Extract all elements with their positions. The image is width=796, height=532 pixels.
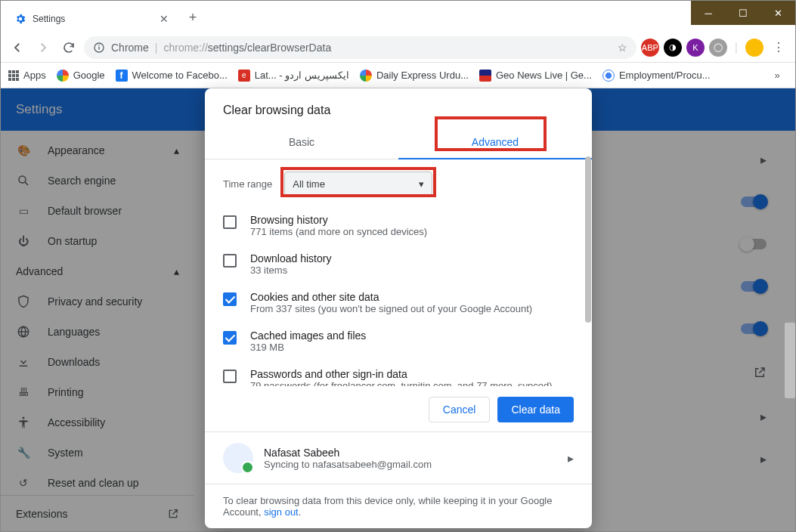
titlebar: Settings ✕ + ─ ☐ ✕ — [1, 1, 795, 32]
item-title: Cached images and files — [250, 329, 366, 342]
globe-icon — [602, 70, 615, 82]
account-row[interactable]: Nafasat Sabeeh Syncing to nafasatsabeeh@… — [205, 431, 592, 484]
forward-button[interactable] — [33, 37, 54, 58]
checkbox[interactable] — [223, 215, 237, 229]
dialog-body: Time range All time ▾ Browsing history 7… — [205, 159, 592, 386]
svg-rect-1 — [98, 46, 99, 49]
chevron-down-icon: ▾ — [419, 178, 424, 190]
item-subtitle: 33 items — [250, 264, 331, 276]
bookmark-facebook[interactable]: fWelcome to Facebo... — [116, 70, 228, 82]
bookmark-geo[interactable]: Geo News Live | Ge... — [479, 70, 592, 82]
clear-browsing-data-dialog: Clear browsing data Basic Advanced Time … — [205, 88, 592, 528]
item-subtitle: From 337 sites (you won't be signed out … — [250, 303, 532, 314]
extension-icon-4[interactable]: ◯ — [709, 39, 727, 57]
dialog-title: Clear browsing data — [205, 88, 592, 125]
toolbar: Chrome | chrome://settings/clearBrowserD… — [1, 32, 795, 63]
checkbox[interactable] — [223, 292, 237, 306]
tab-title: Settings — [33, 14, 153, 24]
dialog-footer: To clear browsing data from this device … — [205, 484, 592, 528]
reload-button[interactable] — [58, 37, 79, 58]
gear-icon — [14, 13, 26, 25]
window-controls: ─ ☐ ✕ — [691, 1, 795, 25]
item-title: Passwords and other sign-in data — [250, 368, 553, 380]
dialog-actions: Cancel Clear data — [205, 386, 592, 431]
bookmark-deu[interactable]: Daily Express Urdu... — [360, 70, 469, 82]
tab-advanced[interactable]: Advanced — [398, 125, 592, 159]
omnibox-label: Chrome — [111, 42, 149, 54]
bookmark-google[interactable]: Google — [57, 70, 105, 82]
time-range-select[interactable]: All time ▾ — [284, 172, 432, 196]
dialog-tabs: Basic Advanced — [205, 125, 592, 159]
checkbox[interactable] — [223, 370, 237, 383]
tab-basic[interactable]: Basic — [205, 125, 398, 159]
close-window-button[interactable]: ✕ — [760, 1, 795, 25]
star-icon[interactable]: ☆ — [618, 42, 627, 54]
checkbox[interactable] — [223, 254, 237, 268]
close-tab-icon[interactable]: ✕ — [160, 13, 169, 25]
clear-data-item[interactable]: Cookies and other site data From 337 sit… — [223, 283, 574, 322]
chrome-menu-button[interactable]: ⋮ — [768, 37, 789, 58]
bookmark-employment[interactable]: Employment/Procu... — [602, 70, 711, 82]
abp-extension-icon[interactable]: ABP — [641, 39, 659, 57]
maximize-button[interactable]: ☐ — [726, 1, 760, 25]
omnibox[interactable]: Chrome | chrome://settings/clearBrowserD… — [84, 36, 636, 59]
item-subtitle: 79 passwords (for freelancer.com, turnit… — [250, 380, 553, 386]
item-title: Download history — [250, 252, 331, 264]
back-button[interactable] — [7, 37, 28, 58]
bookmarks-overflow-button[interactable]: » — [767, 65, 788, 86]
new-tab-button[interactable]: + — [182, 7, 203, 28]
extension-icon-3[interactable]: K — [686, 39, 705, 57]
item-title: Browsing history — [250, 214, 427, 226]
dialog-scrollbar[interactable] — [584, 156, 592, 377]
geo-icon — [479, 70, 491, 82]
clear-data-item[interactable]: Cached images and files 319 MB — [223, 322, 574, 360]
account-name: Nafasat Sabeeh — [264, 447, 432, 459]
sign-out-link[interactable]: sign out — [264, 506, 299, 518]
bookmarks-bar: Apps Google fWelcome to Facebo... eLat..… — [1, 63, 795, 88]
profile-avatar[interactable] — [745, 39, 763, 57]
chevron-right-icon: ▸ — [568, 451, 574, 466]
google-icon — [57, 70, 69, 82]
facebook-icon: f — [116, 70, 128, 82]
item-title: Cookies and other site data — [250, 291, 532, 303]
clear-data-item[interactable]: Passwords and other sign-in data 79 pass… — [223, 360, 574, 386]
page-scrollbar[interactable] — [785, 323, 795, 398]
minimize-button[interactable]: ─ — [691, 1, 726, 25]
extension-icon-2[interactable]: ◑ — [664, 39, 682, 57]
avatar — [223, 443, 253, 473]
browser-tab[interactable]: Settings ✕ — [7, 5, 176, 32]
clear-data-item[interactable]: Download history 33 items — [223, 245, 574, 283]
clear-data-button[interactable]: Clear data — [497, 397, 574, 422]
google-icon — [360, 70, 372, 82]
apps-button[interactable]: Apps — [8, 70, 46, 81]
express-icon: e — [238, 70, 250, 82]
clear-data-item[interactable]: Browsing history 771 items (and more on … — [223, 206, 574, 245]
svg-rect-2 — [98, 45, 99, 45]
item-subtitle: 319 MB — [250, 342, 366, 353]
checkbox[interactable] — [223, 331, 237, 345]
account-syncing: Syncing to nafasatsabeeh@gmail.com — [264, 459, 432, 470]
apps-icon — [8, 70, 19, 81]
item-subtitle: 771 items (and more on synced devices) — [250, 226, 427, 237]
bookmark-express[interactable]: eLat... - ایکسپریس اردو — [238, 70, 349, 82]
info-icon — [93, 42, 105, 54]
omnibox-url: chrome://settings/clearBrowserData — [163, 42, 611, 54]
time-range-label: Time range — [223, 178, 272, 190]
cancel-button[interactable]: Cancel — [429, 397, 491, 422]
